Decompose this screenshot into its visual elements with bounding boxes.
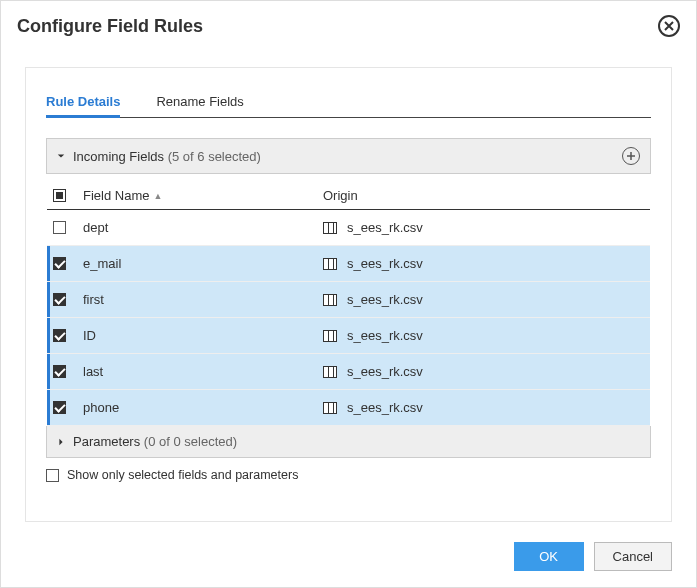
origin-cell: s_ees_rk.csv (323, 328, 644, 343)
table-row[interactable]: IDs_ees_rk.csv (47, 318, 650, 354)
column-header-origin[interactable]: Origin (323, 188, 644, 203)
table-header: Field Name ▲ Origin (47, 180, 650, 210)
row-checkbox[interactable] (53, 257, 66, 270)
table-icon (323, 222, 337, 234)
dialog-header: Configure Field Rules (1, 1, 696, 47)
field-name-cell: e_mail (83, 256, 323, 271)
table-body: depts_ees_rk.csve_mails_ees_rk.csvfirsts… (47, 210, 650, 426)
select-all-cell[interactable] (53, 188, 83, 203)
table-row[interactable]: firsts_ees_rk.csv (47, 282, 650, 318)
show-selected-label: Show only selected fields and parameters (67, 468, 298, 482)
field-name-cell: dept (83, 220, 323, 235)
row-checkbox-cell[interactable] (53, 329, 83, 342)
table-row[interactable]: phones_ees_rk.csv (47, 390, 650, 426)
select-all-checkbox-icon (53, 189, 66, 202)
row-checkbox-cell[interactable] (53, 365, 83, 378)
origin-cell: s_ees_rk.csv (323, 292, 644, 307)
field-name-label: e_mail (83, 256, 121, 271)
origin-header-label: Origin (323, 188, 358, 203)
field-name-label: dept (83, 220, 108, 235)
origin-label: s_ees_rk.csv (347, 364, 423, 379)
table-icon (323, 258, 337, 270)
table-icon (323, 294, 337, 306)
field-name-cell: last (83, 364, 323, 379)
field-name-label: phone (83, 400, 119, 415)
close-button[interactable] (658, 15, 680, 37)
field-name-label: first (83, 292, 104, 307)
dialog-body: Rule Details Rename Fields Incoming Fiel… (1, 47, 696, 542)
table-icon (323, 330, 337, 342)
row-checkbox[interactable] (53, 221, 66, 234)
parameters-header[interactable]: Parameters (0 of 0 selected) (46, 426, 651, 458)
plus-icon (626, 151, 636, 161)
row-checkbox[interactable] (53, 293, 66, 306)
field-name-cell: ID (83, 328, 323, 343)
panel: Rule Details Rename Fields Incoming Fiel… (25, 67, 672, 522)
tab-rule-details[interactable]: Rule Details (46, 88, 120, 117)
row-checkbox-cell[interactable] (53, 293, 83, 306)
row-checkbox-cell[interactable] (53, 257, 83, 270)
dialog-footer: OK Cancel (1, 542, 696, 587)
tab-rename-fields[interactable]: Rename Fields (156, 88, 243, 117)
configure-field-rules-dialog: Configure Field Rules Rule Details Renam… (0, 0, 697, 588)
parameters-count: (0 of 0 selected) (144, 434, 237, 449)
fields-table: Field Name ▲ Origin depts_ees_rk.csve_ma… (46, 174, 651, 426)
table-icon (323, 366, 337, 378)
tabs: Rule Details Rename Fields (46, 88, 651, 118)
table-row[interactable]: depts_ees_rk.csv (47, 210, 650, 246)
origin-cell: s_ees_rk.csv (323, 400, 644, 415)
origin-label: s_ees_rk.csv (347, 292, 423, 307)
origin-label: s_ees_rk.csv (347, 220, 423, 235)
add-button[interactable] (622, 147, 640, 165)
field-name-label: last (83, 364, 103, 379)
incoming-fields-label: Incoming Fields (73, 149, 164, 164)
caret-down-icon (57, 152, 65, 160)
show-selected-checkbox[interactable] (46, 469, 59, 482)
incoming-fields-header[interactable]: Incoming Fields (5 of 6 selected) (46, 138, 651, 174)
sort-asc-icon: ▲ (153, 191, 162, 201)
origin-label: s_ees_rk.csv (347, 256, 423, 271)
parameters-label: Parameters (73, 434, 140, 449)
ok-button[interactable]: OK (514, 542, 584, 571)
table-row[interactable]: lasts_ees_rk.csv (47, 354, 650, 390)
field-name-cell: phone (83, 400, 323, 415)
field-name-header-label: Field Name (83, 188, 149, 203)
incoming-fields-count: (5 of 6 selected) (168, 149, 261, 164)
origin-cell: s_ees_rk.csv (323, 364, 644, 379)
table-icon (323, 402, 337, 414)
cancel-button[interactable]: Cancel (594, 542, 672, 571)
row-checkbox[interactable] (53, 365, 66, 378)
row-checkbox[interactable] (53, 401, 66, 414)
origin-label: s_ees_rk.csv (347, 400, 423, 415)
origin-cell: s_ees_rk.csv (323, 256, 644, 271)
dialog-title: Configure Field Rules (17, 16, 203, 37)
row-checkbox-cell[interactable] (53, 401, 83, 414)
field-name-label: ID (83, 328, 96, 343)
row-checkbox-cell[interactable] (53, 221, 83, 234)
filter-row: Show only selected fields and parameters (46, 468, 651, 482)
column-header-field-name[interactable]: Field Name ▲ (83, 188, 323, 203)
field-name-cell: first (83, 292, 323, 307)
origin-cell: s_ees_rk.csv (323, 220, 644, 235)
origin-label: s_ees_rk.csv (347, 328, 423, 343)
close-icon (664, 21, 674, 31)
caret-right-icon (57, 434, 65, 449)
row-checkbox[interactable] (53, 329, 66, 342)
table-row[interactable]: e_mails_ees_rk.csv (47, 246, 650, 282)
